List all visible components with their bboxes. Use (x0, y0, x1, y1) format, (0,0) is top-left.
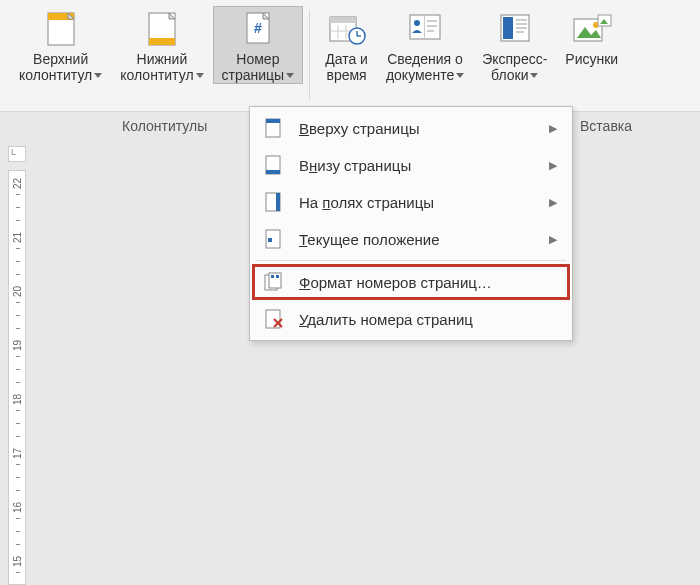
page-bottom-icon (263, 154, 285, 176)
ruler-subtick (16, 356, 20, 357)
page-current-icon (263, 228, 285, 250)
ruler-subtick (16, 477, 20, 478)
quick-parts-button[interactable]: Экспресс- блоки (473, 6, 556, 84)
ruler-subtick (16, 518, 20, 519)
group-label-headers: Колонтитулы (122, 118, 207, 134)
pictures-button[interactable]: Рисунки (556, 6, 627, 84)
menu-item-page-margins[interactable]: На полях страницы▶ (253, 184, 569, 220)
svg-rect-40 (269, 273, 281, 288)
svg-rect-36 (276, 193, 280, 211)
ruler-tick: 18 (12, 394, 23, 405)
ruler-tick: 19 (12, 340, 23, 351)
svg-rect-41 (271, 275, 274, 278)
menu-item-label: Удалить номера страниц (299, 311, 557, 328)
svg-rect-34 (266, 170, 280, 174)
header-bottom-icon (142, 9, 182, 49)
ruler-subtick (16, 248, 20, 249)
page-margins-icon (263, 191, 285, 213)
chevron-down-icon (530, 73, 538, 78)
chevron-down-icon (196, 73, 204, 78)
menu-item-label: На полях страницы (299, 194, 549, 211)
ruler-corner: L (8, 146, 26, 162)
submenu-arrow-icon: ▶ (549, 122, 557, 135)
page-number-icon: # (238, 9, 278, 49)
ruler-subtick (16, 220, 20, 221)
submenu-arrow-icon: ▶ (549, 159, 557, 172)
ruler-subtick (16, 302, 20, 303)
ruler-subtick (16, 261, 20, 262)
svg-rect-15 (424, 15, 425, 39)
svg-rect-32 (266, 119, 280, 123)
svg-rect-21 (503, 17, 513, 39)
svg-point-16 (414, 20, 420, 26)
header-bottom-button[interactable]: Нижний колонтитул (111, 6, 212, 84)
ruler-tick: 21 (12, 232, 23, 243)
doc-info-button[interactable]: Сведения о документе (377, 6, 473, 84)
chevron-down-icon (286, 73, 294, 78)
svg-rect-43 (266, 310, 280, 328)
ruler-tick: 22 (12, 178, 23, 189)
ruler-subtick (16, 436, 20, 437)
ruler-tick: 17 (12, 448, 23, 459)
svg-rect-3 (149, 38, 175, 45)
menu-item-label: Внизу страницы (299, 157, 549, 174)
page-delete-icon (263, 308, 285, 330)
page-number-button[interactable]: # Номер страницы (213, 6, 304, 84)
svg-text:#: # (254, 20, 262, 36)
ruler-subtick (16, 490, 20, 491)
menu-item-label: Вверху страницы (299, 120, 549, 137)
ruler-subtick (16, 464, 20, 465)
doc-info-icon (405, 9, 445, 49)
group-insert: Дата и время (316, 6, 627, 111)
chevron-down-icon (456, 73, 464, 78)
header-top-button[interactable]: Верхний колонтитул (10, 6, 111, 84)
submenu-arrow-icon: ▶ (549, 233, 557, 246)
svg-rect-38 (268, 238, 272, 242)
date-time-button[interactable]: Дата и время (316, 6, 377, 84)
group-separator (309, 10, 310, 100)
ribbon: Верхний колонтитул Нижний колонтитул (0, 0, 700, 112)
menu-item-page-current[interactable]: Текущее положение▶ (253, 221, 569, 257)
ruler-subtick (16, 207, 20, 208)
ruler-tick: 20 (12, 286, 23, 297)
ruler-subtick (16, 194, 20, 195)
ruler-subtick (16, 382, 20, 383)
menu-item-label: Формат номеров страниц… (299, 274, 557, 291)
vertical-ruler[interactable]: 2221201918171615 (8, 170, 26, 585)
group-label-insert: Вставка (580, 118, 632, 134)
group-headers: Верхний колонтитул Нижний колонтитул (10, 6, 303, 111)
ruler-subtick (16, 328, 20, 329)
ruler-subtick (16, 369, 20, 370)
menu-item-page-bottom[interactable]: Внизу страницы▶ (253, 147, 569, 183)
svg-rect-42 (276, 275, 279, 278)
menu-item-page-delete[interactable]: Удалить номера страниц (253, 301, 569, 337)
menu-item-page-format[interactable]: Формат номеров страниц… (252, 264, 570, 300)
header-top-icon (41, 9, 81, 49)
menu-item-page-top[interactable]: Вверху страницы▶ (253, 110, 569, 146)
page-top-icon (263, 117, 285, 139)
ruler-subtick (16, 423, 20, 424)
submenu-arrow-icon: ▶ (549, 196, 557, 209)
date-time-icon (327, 9, 367, 49)
menu-item-label: Текущее положение (299, 231, 549, 248)
ruler-tick: 15 (12, 556, 23, 567)
ruler-subtick (16, 410, 20, 411)
ruler-tick: 16 (12, 502, 23, 513)
quick-parts-icon (495, 9, 535, 49)
pictures-icon (572, 9, 612, 49)
ruler-subtick (16, 544, 20, 545)
page-number-menu: Вверху страницы▶Внизу страницы▶На полях … (249, 106, 573, 341)
menu-separator (256, 260, 566, 261)
ruler-subtick (16, 531, 20, 532)
label: Верхний (33, 51, 88, 67)
svg-rect-7 (330, 17, 356, 23)
ruler-subtick (16, 274, 20, 275)
page-format-icon (263, 271, 285, 293)
ruler-subtick (16, 572, 20, 573)
ruler-subtick (16, 315, 20, 316)
chevron-down-icon (94, 73, 102, 78)
